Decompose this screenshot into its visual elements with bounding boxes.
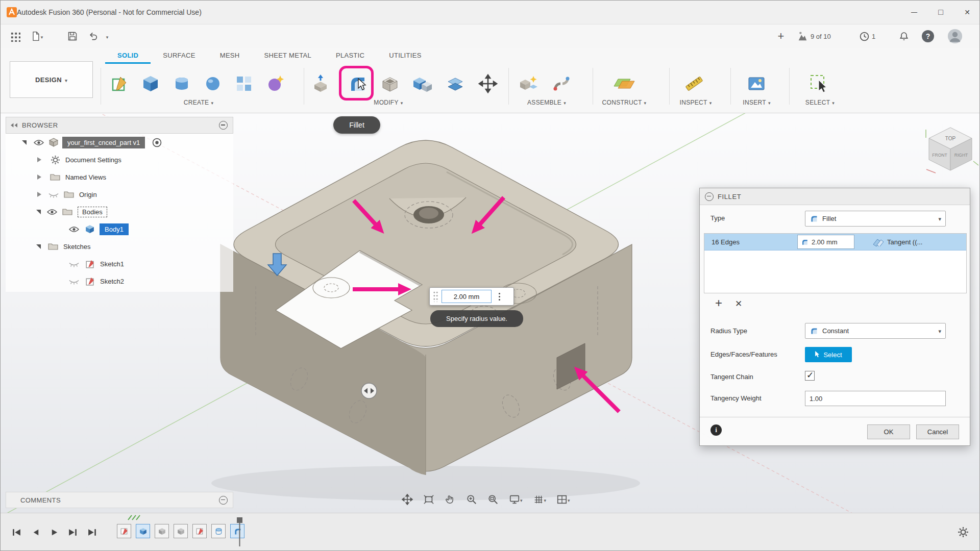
edge-radius-field[interactable]: 2.00 mm — [797, 235, 854, 249]
redo-dropdown-button[interactable] — [103, 24, 112, 48]
shell-button[interactable] — [378, 72, 402, 95]
help-button[interactable] — [920, 24, 936, 48]
timeline-feature-extrude[interactable] — [136, 524, 150, 538]
radius-input[interactable] — [442, 290, 492, 303]
create-box-button[interactable] — [139, 72, 162, 95]
tree-item-label[interactable]: Sketches — [63, 243, 90, 251]
create-group-label[interactable]: CREATE — [163, 98, 234, 107]
zoom-window-button[interactable] — [487, 494, 499, 505]
construct-plane-button[interactable] — [610, 72, 639, 95]
close-button[interactable] — [954, 1, 980, 24]
visibility-eye-icon[interactable] — [47, 209, 57, 215]
combine-button[interactable] — [411, 72, 434, 95]
select-edges-button[interactable]: Select — [805, 347, 852, 362]
info-icon[interactable] — [710, 424, 722, 436]
create-sketch-button[interactable] — [108, 72, 131, 95]
insert-canvas-button[interactable] — [745, 72, 768, 95]
pan-button[interactable] — [402, 494, 413, 505]
new-component-button[interactable] — [517, 72, 541, 95]
visibility-eye-icon[interactable] — [34, 139, 44, 146]
construct-group-label[interactable]: CONSTRUCT — [589, 98, 660, 107]
remove-edge-set-button[interactable] — [732, 297, 745, 310]
tree-item-label[interactable]: Sketch1 — [100, 260, 124, 268]
tree-row-named-views[interactable]: Named Views — [6, 168, 233, 186]
timeline-skip-end-button[interactable] — [85, 526, 99, 538]
tree-row-sketch1[interactable]: Sketch1 — [6, 255, 233, 272]
inspect-group-label[interactable]: INSPECT — [665, 98, 726, 107]
viewcube-right-label[interactable]: RIGHT — [954, 153, 968, 158]
timeline-play-button[interactable] — [47, 526, 61, 538]
comments-bar[interactable]: COMMENTS — [6, 492, 233, 508]
collapsed-arrow-icon[interactable] — [37, 192, 41, 197]
tree-row-sketches[interactable]: Sketches — [6, 238, 233, 255]
tab-solid[interactable]: SOLID — [105, 48, 151, 64]
workspace-selector[interactable]: DESIGN — [10, 61, 93, 98]
radius-input-widget[interactable] — [429, 287, 514, 306]
tree-item-label[interactable]: Named Views — [65, 173, 106, 181]
undo-button[interactable] — [86, 24, 101, 48]
tab-surface[interactable]: SURFACE — [151, 48, 208, 64]
cancel-button[interactable]: Cancel — [916, 424, 959, 439]
collapse-panel-icon[interactable] — [10, 122, 18, 128]
timeline-feature-sketch[interactable] — [117, 524, 131, 538]
tree-row-sketch2[interactable]: Sketch2 — [6, 272, 233, 290]
type-dropdown[interactable]: Fillet — [805, 211, 946, 227]
expanded-arrow-icon[interactable] — [36, 244, 41, 249]
activate-radio-icon[interactable] — [152, 138, 162, 147]
split-body-button[interactable] — [444, 72, 467, 95]
dialog-collapse-icon[interactable] — [705, 192, 714, 201]
notifications-button[interactable] — [896, 24, 912, 48]
maximize-button[interactable] — [927, 1, 954, 24]
continuity-dropdown[interactable]: Tangent ((... — [873, 234, 967, 251]
tab-sheet-metal[interactable]: SHEET METAL — [252, 48, 324, 64]
create-cylinder-button[interactable] — [170, 72, 193, 95]
timeline-feature-extrude[interactable] — [174, 524, 188, 538]
visibility-off-eye-icon[interactable] — [48, 191, 59, 198]
app-grid-button[interactable] — [7, 24, 23, 48]
radius-type-dropdown[interactable]: Constant — [805, 323, 946, 339]
timeline-feature-sketch[interactable] — [192, 524, 207, 538]
panel-collapse-icon[interactable] — [219, 121, 228, 130]
minimize-button[interactable] — [901, 1, 927, 24]
tab-mesh[interactable]: MESH — [208, 48, 252, 64]
timeline-feature-hole[interactable] — [211, 524, 226, 538]
job-activity-button[interactable]: 1 — [859, 24, 875, 48]
tree-item-label[interactable]: Body1 — [100, 223, 129, 235]
ok-button[interactable]: OK — [867, 424, 910, 439]
viewcube-front-label[interactable]: FRONT — [932, 153, 947, 158]
orbit-button[interactable] — [445, 494, 456, 505]
tree-item-label[interactable]: Sketch2 — [100, 278, 124, 285]
viewcube-top-label[interactable]: TOP — [945, 136, 956, 141]
visibility-off-eye-icon[interactable] — [69, 261, 79, 267]
joint-button[interactable] — [550, 72, 573, 95]
timeline-playhead[interactable] — [236, 517, 243, 547]
timeline-step-forward-button[interactable] — [66, 526, 79, 538]
timeline-step-back-button[interactable] — [29, 526, 42, 538]
file-menu-button[interactable] — [28, 24, 45, 48]
tree-item-label[interactable]: Bodies — [78, 207, 107, 217]
visibility-eye-icon[interactable] — [69, 226, 79, 233]
add-edge-set-button[interactable] — [712, 296, 725, 310]
assemble-group-label[interactable]: ASSEMBLE — [511, 98, 582, 107]
view-cube[interactable]: TOP FRONT RIGHT — [922, 124, 979, 173]
fit-view-button[interactable] — [423, 494, 434, 505]
zoom-button[interactable] — [466, 494, 477, 505]
edge-set-row[interactable]: 16 Edges 2.00 mm Tangent ((... — [704, 234, 966, 251]
profile-avatar[interactable] — [946, 24, 964, 48]
root-component-label[interactable]: your_first_cnced_part v1 — [62, 137, 145, 148]
visibility-off-eye-icon[interactable] — [69, 278, 79, 285]
grid-snap-button[interactable] — [533, 494, 547, 505]
display-settings-button[interactable] — [509, 494, 523, 505]
viewports-button[interactable] — [556, 494, 570, 505]
timeline-skip-start-button[interactable] — [10, 526, 23, 538]
panel-collapse-icon[interactable] — [219, 496, 228, 505]
create-sphere-button[interactable] — [201, 72, 225, 95]
select-group-label[interactable]: SELECT — [791, 98, 849, 107]
tree-row-root[interactable]: your_first_cnced_part v1 — [6, 134, 233, 151]
expanded-arrow-icon[interactable] — [36, 210, 41, 214]
tree-row-document-settings[interactable]: Document Settings — [6, 151, 233, 168]
timeline-feature-extrude[interactable] — [155, 524, 169, 538]
tab-utilities[interactable]: UTILITIES — [377, 48, 433, 64]
expanded-arrow-icon[interactable] — [22, 140, 27, 145]
browser-header[interactable]: BROWSER — [6, 117, 233, 134]
